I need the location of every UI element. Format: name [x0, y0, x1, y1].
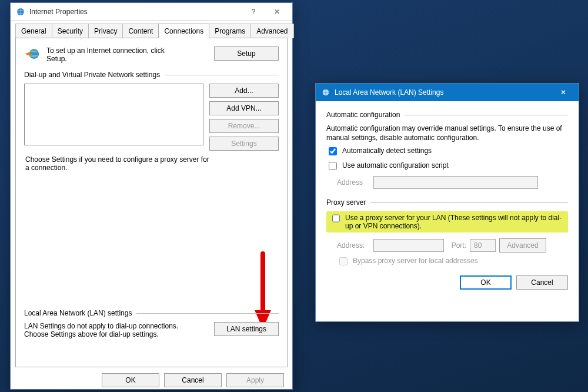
auto-script-label: Use automatic configuration script: [342, 161, 449, 170]
tab-connections[interactable]: Connections: [158, 24, 209, 38]
group-dialup-heading: Dial-up and Virtual Private Network sett…: [24, 71, 160, 79]
window-title: Internet Properties: [29, 8, 242, 16]
proxy-address-input[interactable]: [373, 239, 444, 252]
group-proxy-heading: Proxy server: [326, 198, 366, 207]
add-vpn-button[interactable]: Add VPN...: [209, 101, 279, 115]
cancel-button[interactable]: Cancel: [516, 275, 568, 290]
tab-advanced[interactable]: Advanced: [250, 24, 293, 38]
internet-icon: [15, 6, 26, 17]
auto-detect-label: Automatically detect settings: [342, 147, 432, 155]
divider: [136, 313, 279, 314]
close-icon[interactable]: ✕: [265, 4, 289, 19]
close-icon[interactable]: ✕: [552, 85, 575, 100]
divider: [370, 202, 568, 203]
advanced-button[interactable]: Advanced: [499, 238, 546, 253]
tab-privacy[interactable]: Privacy: [88, 24, 123, 38]
titlebar[interactable]: Local Area Network (LAN) Settings ✕: [316, 84, 579, 101]
apply-button[interactable]: Apply: [226, 373, 284, 387]
window-title: Local Area Network (LAN) Settings: [335, 88, 552, 97]
settings-button[interactable]: Settings: [209, 137, 279, 151]
ok-button[interactable]: OK: [460, 275, 512, 290]
help-icon[interactable]: ?: [242, 4, 265, 19]
group-lan-heading: Local Area Network (LAN) settings: [24, 309, 132, 317]
add-button[interactable]: Add...: [209, 84, 279, 98]
auto-detect-checkbox[interactable]: Automatically detect settings: [326, 147, 568, 157]
auto-note: Automatic configuration may override man…: [326, 124, 568, 142]
remove-button[interactable]: Remove...: [209, 119, 279, 133]
auto-script-input[interactable]: [329, 162, 337, 170]
dialup-listbox[interactable]: [24, 84, 203, 145]
group-auto-heading: Automatic configuration: [326, 111, 400, 119]
lan-settings-button[interactable]: LAN settings: [214, 322, 279, 336]
use-proxy-checkbox[interactable]: Use a proxy server for your LAN (These s…: [330, 214, 564, 230]
address-label: Address: [337, 178, 370, 187]
dialup-note: Choose Settings if you need to configure…: [25, 155, 213, 172]
divider: [165, 75, 279, 75]
auto-script-address-input[interactable]: [373, 176, 538, 189]
tab-security[interactable]: Security: [52, 24, 89, 38]
tab-programs[interactable]: Programs: [209, 24, 251, 38]
cancel-button[interactable]: Cancel: [164, 373, 222, 387]
use-proxy-label: Use a proxy server for your LAN (These s…: [345, 214, 564, 230]
proxy-port-input[interactable]: [470, 239, 496, 252]
auto-script-checkbox[interactable]: Use automatic configuration script: [326, 161, 568, 172]
lan-settings-dialog: Local Area Network (LAN) Settings ✕ Auto…: [315, 83, 579, 322]
auto-detect-input[interactable]: [329, 147, 337, 155]
internet-icon: [320, 87, 331, 98]
ok-button[interactable]: OK: [102, 373, 159, 387]
bypass-label: Bypass proxy server for local addresses: [353, 257, 478, 265]
setup-hint: To set up an Internet connection, click …: [46, 46, 182, 63]
proxy-port-label: Port:: [447, 241, 466, 250]
divider: [405, 115, 568, 115]
bypass-checkbox[interactable]: Bypass proxy server for local addresses: [337, 257, 568, 267]
tabstrip: General Security Privacy Content Connect…: [15, 24, 288, 38]
internet-properties-dialog: Internet Properties ? ✕ General Security…: [10, 2, 293, 390]
use-proxy-input[interactable]: [332, 214, 340, 222]
lan-note: LAN Settings do not apply to dial-up con…: [24, 322, 201, 338]
globe-arrow-icon: [24, 46, 41, 65]
setup-button[interactable]: Setup: [214, 46, 279, 61]
proxy-address-label: Address:: [337, 241, 370, 250]
titlebar[interactable]: Internet Properties ? ✕: [11, 3, 292, 21]
bypass-input[interactable]: [339, 257, 348, 265]
tab-general[interactable]: General: [15, 24, 52, 38]
tab-content[interactable]: Content: [122, 24, 159, 38]
tabpage-connections: To set up an Internet connection, click …: [15, 38, 288, 367]
